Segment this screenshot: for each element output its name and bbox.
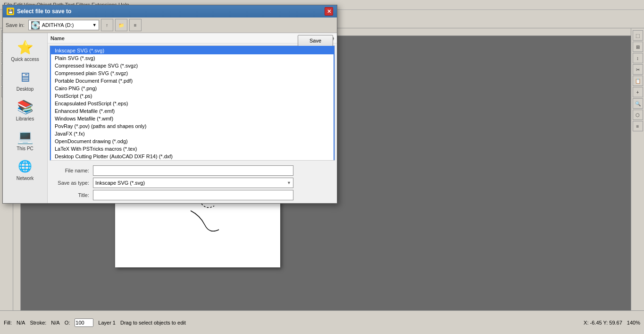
filetype-option-plain-svg[interactable]: Plain SVG (*.svg) bbox=[51, 54, 334, 62]
right-btn-9[interactable]: ≡ bbox=[633, 121, 643, 131]
filetype-option-javafx[interactable]: JavaFX (*.fx) bbox=[51, 130, 334, 137]
dialog-body: ⭐ Quick access 🖥 Desktop 📚 Libraries 💻 T… bbox=[3, 33, 337, 203]
right-btn-8[interactable]: ⬡ bbox=[633, 110, 643, 120]
saveas-row: Save as type: Inkscape SVG (*.svg) ▼ bbox=[51, 178, 333, 188]
savein-value: ADITHYA (D:) bbox=[42, 22, 74, 28]
right-btn-2[interactable]: ⊞ bbox=[633, 42, 643, 52]
filetype-option-dxf[interactable]: Desktop Cutting Plotter (AutoCAD DXF R14… bbox=[51, 153, 334, 160]
filetype-option-latex[interactable]: LaTeX With PSTricks macros (*.tex) bbox=[51, 145, 334, 153]
desktop-icon: 🖥 bbox=[17, 69, 33, 86]
file-list-area: Inkscape SVG (*.svg) Plain SVG (*.svg) C… bbox=[50, 45, 335, 161]
zoom-display: 140% bbox=[627, 320, 640, 325]
this-pc-label: This PC bbox=[17, 146, 33, 151]
filetype-option-cairo-png[interactable]: Cairo PNG (*.png) bbox=[51, 85, 334, 92]
stroke-label: Stroke: bbox=[30, 320, 46, 325]
status-hint: Drag to select objects to edit bbox=[120, 320, 579, 325]
sidebar-item-this-pc[interactable]: 💻 This PC bbox=[6, 126, 44, 153]
inkscape-right-toolbar: ⬚ ⊞ ↕ ✂ 📋 + 🔍 ⬡ ≡ bbox=[631, 28, 644, 334]
dialog-app-icon: 💾 bbox=[7, 8, 14, 15]
sidebar-item-libraries[interactable]: 📚 Libraries bbox=[6, 96, 44, 123]
title-row: Title: bbox=[51, 190, 333, 200]
dialog-bottom-fields: File name: Save as type: Inkscape SVG (*… bbox=[48, 163, 337, 203]
filetype-option-postscript[interactable]: PostScript (*.ps) bbox=[51, 92, 334, 100]
nav-up-btn[interactable]: ↑ bbox=[101, 19, 113, 31]
dialog-main-area: Name Size Inkscape SVG (*.svg) Plain SVG… bbox=[48, 33, 337, 203]
right-btn-1[interactable]: ⬚ bbox=[633, 30, 643, 41]
filename-input[interactable] bbox=[93, 165, 293, 176]
save-button[interactable]: Save bbox=[298, 35, 333, 46]
filetype-option-compressed-inkscape-svg[interactable]: Compressed Inkscape SVG (*.svgz) bbox=[51, 62, 334, 69]
new-folder-btn[interactable]: 📁 bbox=[115, 19, 127, 31]
save-dialog[interactable]: 💾 Select file to save to ✕ Save in: 💽 AD… bbox=[2, 5, 337, 204]
saveas-label: Save as type: bbox=[51, 180, 89, 186]
fill-value: N/A bbox=[17, 320, 25, 325]
desktop-label: Desktop bbox=[17, 86, 34, 92]
title-label: Title: bbox=[51, 192, 89, 198]
saveas-arrow-icon: ▼ bbox=[287, 180, 291, 185]
opacity-label: O: bbox=[65, 320, 70, 325]
dialog-sidebar: ⭐ Quick access 🖥 Desktop 📚 Libraries 💻 T… bbox=[3, 33, 48, 203]
fill-label: Fill: bbox=[4, 320, 12, 325]
dialog-title-text: Select file to save to bbox=[17, 8, 71, 15]
opacity-input[interactable] bbox=[75, 318, 93, 327]
filetype-dropdown[interactable]: Inkscape SVG (*.svg) Plain SVG (*.svg) C… bbox=[50, 46, 335, 161]
filetype-option-odg[interactable]: OpenDocument drawing (*.odg) bbox=[51, 137, 334, 145]
dialog-titlebar: 💾 Select file to save to ✕ bbox=[3, 5, 337, 17]
network-icon: 🌐 bbox=[17, 158, 33, 175]
layer-indicator: Layer 1 bbox=[98, 320, 116, 325]
filetype-option-eps[interactable]: Encapsulated PostScript (*.eps) bbox=[51, 100, 334, 107]
coords-display: X: -6.45 Y: 59.67 bbox=[584, 320, 622, 325]
sidebar-item-quick-access[interactable]: ⭐ Quick access bbox=[6, 37, 44, 64]
filetype-option-wmf[interactable]: Windows Metafile (*.wmf) bbox=[51, 115, 334, 122]
libraries-icon: 📚 bbox=[17, 98, 33, 115]
filetype-option-inkscape-svg[interactable]: Inkscape SVG (*.svg) bbox=[51, 47, 334, 54]
right-btn-4[interactable]: ✂ bbox=[633, 64, 643, 75]
quick-access-icon: ⭐ bbox=[17, 39, 33, 56]
filename-label: File name: bbox=[51, 168, 89, 173]
right-btn-6[interactable]: + bbox=[633, 87, 643, 97]
filetype-option-povray[interactable]: PovRay (*.pov) (paths and shapes only) bbox=[51, 122, 334, 130]
right-btn-3[interactable]: ↕ bbox=[633, 53, 643, 63]
view-toggle-btn[interactable]: ≡ bbox=[129, 19, 142, 31]
network-label: Network bbox=[17, 176, 34, 181]
sidebar-item-network[interactable]: 🌐 Network bbox=[6, 156, 44, 183]
quick-access-label: Quick access bbox=[11, 57, 39, 62]
right-btn-7[interactable]: 🔍 bbox=[633, 98, 643, 109]
right-btn-5[interactable]: 📋 bbox=[633, 76, 643, 86]
libraries-label: Libraries bbox=[16, 116, 34, 121]
stroke-value: N/A bbox=[51, 320, 59, 325]
sidebar-item-desktop[interactable]: 🖥 Desktop bbox=[6, 67, 44, 94]
saveas-select[interactable]: Inkscape SVG (*.svg) ▼ bbox=[93, 178, 293, 188]
filename-row: File name: bbox=[51, 165, 333, 176]
file-list-header: Name Size bbox=[48, 33, 337, 43]
savein-label: Save in: bbox=[6, 22, 25, 28]
col-name-header: Name bbox=[50, 35, 296, 41]
filetype-option-gpl[interactable]: GIMP Palette (*.gpl) bbox=[51, 160, 334, 161]
inkscape-status-bar: Fill: N/A Stroke: N/A O: Layer 1 Drag to… bbox=[0, 310, 644, 334]
title-input[interactable] bbox=[93, 190, 293, 200]
dialog-title-area: 💾 Select file to save to bbox=[7, 8, 71, 15]
filetype-option-compressed-plain-svg[interactable]: Compressed plain SVG (*.svgz) bbox=[51, 69, 334, 77]
savein-combo[interactable]: 💽 ADITHYA (D:) ▼ bbox=[28, 20, 99, 30]
saveas-value: Inkscape SVG (*.svg) bbox=[95, 180, 145, 186]
dialog-toolbar: Save in: 💽 ADITHYA (D:) ▼ ↑ 📁 ≡ bbox=[3, 17, 337, 33]
this-pc-icon: 💻 bbox=[17, 128, 33, 145]
filetype-option-pdf[interactable]: Portable Document Format (*.pdf) bbox=[51, 77, 334, 85]
filetype-option-emf[interactable]: Enhanced Metafile (*.emf) bbox=[51, 107, 334, 115]
dialog-close-button[interactable]: ✕ bbox=[325, 7, 333, 16]
